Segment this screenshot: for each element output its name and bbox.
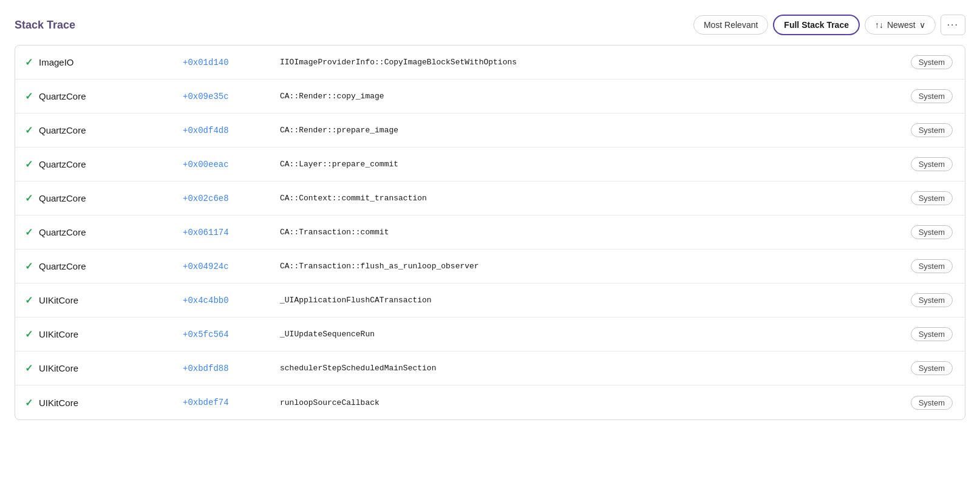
cell-badge: System <box>904 285 965 316</box>
cell-badge: System <box>904 183 965 214</box>
check-icon: ✓ <box>25 397 33 409</box>
cell-badge: System <box>904 217 965 248</box>
module-name: QuartzCore <box>39 227 86 237</box>
header: Stack Trace Most Relevant Full Stack Tra… <box>15 15 965 35</box>
cell-symbol: CA::Transaction::commit <box>270 219 904 245</box>
system-badge: System <box>911 89 953 103</box>
sort-icon: ↑↓ <box>875 20 883 30</box>
sort-label: Newest <box>887 20 916 30</box>
page-title: Stack Trace <box>15 19 75 32</box>
stack-trace-table: ✓ ImageIO +0x01d140 IIOImageProviderInfo… <box>15 45 965 420</box>
cell-symbol: IIOImageProviderInfo::CopyImageBlockSetW… <box>270 49 904 75</box>
cell-badge: System <box>904 353 965 384</box>
cell-badge: System <box>904 81 965 112</box>
system-badge: System <box>911 191 953 205</box>
most-relevant-button[interactable]: Most Relevant <box>693 15 768 35</box>
cell-module: ✓ UIKitCore <box>15 389 173 417</box>
check-icon: ✓ <box>25 260 33 272</box>
check-icon: ✓ <box>25 158 33 170</box>
cell-symbol: CA::Context::commit_transaction <box>270 185 904 211</box>
module-name: UIKitCore <box>39 295 78 305</box>
cell-offset[interactable]: +0x01d140 <box>173 49 270 76</box>
module-name: QuartzCore <box>39 159 86 169</box>
table-row: ✓ UIKitCore +0x5fc564 _UIUpdateSequenceR… <box>15 317 965 351</box>
module-name: UIKitCore <box>39 363 78 373</box>
full-stack-trace-button[interactable]: Full Stack Trace <box>773 15 860 35</box>
cell-symbol: runloopSourceCallback <box>270 390 904 416</box>
table-row: ✓ UIKitCore +0x4c4bb0 _UIApplicationFlus… <box>15 283 965 317</box>
system-badge: System <box>911 225 953 239</box>
check-icon: ✓ <box>25 56 33 68</box>
system-badge: System <box>911 123 953 137</box>
cell-badge: System <box>904 387 965 418</box>
module-name: QuartzCore <box>39 125 86 135</box>
cell-badge: System <box>904 47 965 78</box>
cell-offset[interactable]: +0x02c6e8 <box>173 185 270 212</box>
cell-symbol: CA::Layer::prepare_commit <box>270 151 904 177</box>
cell-symbol: CA::Render::prepare_image <box>270 117 904 143</box>
module-name: ImageIO <box>39 57 74 67</box>
system-badge: System <box>911 157 953 171</box>
header-controls: Most Relevant Full Stack Trace ↑↓ Newest… <box>693 15 965 35</box>
cell-module: ✓ QuartzCore <box>15 82 173 110</box>
stack-trace-panel: Stack Trace Most Relevant Full Stack Tra… <box>15 15 965 420</box>
module-name: UIKitCore <box>39 398 78 408</box>
cell-module: ✓ UIKitCore <box>15 320 173 348</box>
system-badge: System <box>911 259 953 273</box>
check-icon: ✓ <box>25 192 33 204</box>
system-badge: System <box>911 361 953 375</box>
table-row: ✓ QuartzCore +0x00eeac CA::Layer::prepar… <box>15 148 965 182</box>
module-name: UIKitCore <box>39 329 78 339</box>
cell-offset[interactable]: +0xbdef74 <box>173 389 270 416</box>
cell-badge: System <box>904 319 965 350</box>
cell-module: ✓ QuartzCore <box>15 252 173 280</box>
cell-badge: System <box>904 115 965 146</box>
cell-offset[interactable]: +0x061174 <box>173 219 270 246</box>
cell-symbol: CA::Render::copy_image <box>270 83 904 109</box>
cell-badge: System <box>904 149 965 180</box>
more-options-button[interactable]: ··· <box>941 15 965 35</box>
module-name: QuartzCore <box>39 193 86 203</box>
check-icon: ✓ <box>25 328 33 340</box>
cell-offset[interactable]: +0x04924c <box>173 253 270 280</box>
table-row: ✓ UIKitCore +0xbdfd88 schedulerStepSched… <box>15 351 965 385</box>
cell-module: ✓ QuartzCore <box>15 218 173 246</box>
cell-offset[interactable]: +0x5fc564 <box>173 321 270 348</box>
module-name: QuartzCore <box>39 91 86 101</box>
table-row: ✓ ImageIO +0x01d140 IIOImageProviderInfo… <box>15 46 965 80</box>
cell-module: ✓ QuartzCore <box>15 150 173 178</box>
check-icon: ✓ <box>25 90 33 102</box>
table-row: ✓ UIKitCore +0xbdef74 runloopSourceCallb… <box>15 385 965 419</box>
table-row: ✓ QuartzCore +0x061174 CA::Transaction::… <box>15 216 965 250</box>
table-row: ✓ QuartzCore +0x04924c CA::Transaction::… <box>15 250 965 283</box>
cell-module: ✓ QuartzCore <box>15 184 173 212</box>
cell-module: ✓ QuartzCore <box>15 116 173 144</box>
cell-module: ✓ UIKitCore <box>15 286 173 314</box>
cell-module: ✓ ImageIO <box>15 48 173 76</box>
cell-symbol: CA::Transaction::flush_as_runloop_observ… <box>270 253 904 279</box>
table-row: ✓ QuartzCore +0x02c6e8 CA::Context::comm… <box>15 182 965 216</box>
module-name: QuartzCore <box>39 261 86 271</box>
ellipsis-icon: ··· <box>947 19 959 30</box>
system-badge: System <box>911 55 953 69</box>
check-icon: ✓ <box>25 226 33 238</box>
cell-offset[interactable]: +0xbdfd88 <box>173 355 270 382</box>
check-icon: ✓ <box>25 362 33 374</box>
chevron-down-icon: ∨ <box>919 20 925 30</box>
system-badge: System <box>911 327 953 341</box>
check-icon: ✓ <box>25 124 33 136</box>
check-icon: ✓ <box>25 294 33 306</box>
cell-module: ✓ UIKitCore <box>15 354 173 382</box>
sort-button[interactable]: ↑↓ Newest ∨ <box>865 15 936 35</box>
system-badge: System <box>911 396 953 410</box>
cell-offset[interactable]: +0x4c4bb0 <box>173 287 270 314</box>
table-row: ✓ QuartzCore +0x0df4d8 CA::Render::prepa… <box>15 114 965 148</box>
cell-symbol: _UIUpdateSequenceRun <box>270 321 904 347</box>
table-row: ✓ QuartzCore +0x09e35c CA::Render::copy_… <box>15 80 965 114</box>
cell-offset[interactable]: +0x00eeac <box>173 151 270 178</box>
cell-offset[interactable]: +0x09e35c <box>173 83 270 110</box>
cell-badge: System <box>904 251 965 282</box>
system-badge: System <box>911 293 953 307</box>
cell-symbol: _UIApplicationFlushCATransaction <box>270 287 904 313</box>
cell-offset[interactable]: +0x0df4d8 <box>173 117 270 144</box>
